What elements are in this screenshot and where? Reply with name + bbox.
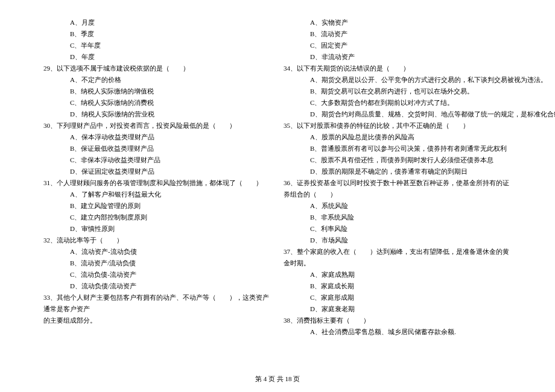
q32-stem: 32、流动比率等于（ ） bbox=[43, 235, 271, 246]
q29-option-d: D、纳税人实际缴纳的营业税 bbox=[43, 109, 271, 120]
q30-option-b: B、保证最低收益类理财产品 bbox=[43, 143, 271, 154]
q38-stem: 38、消费指标主要有（ ） bbox=[284, 315, 512, 326]
q31-option-c: C、建立内部控制制度原则 bbox=[43, 212, 271, 223]
q37-option-d: D、家庭衰老期 bbox=[284, 303, 512, 315]
q30-option-d: D、保证固定收益类理财产品 bbox=[43, 166, 271, 177]
q32-option-b: B、流动资产/流动负债 bbox=[43, 258, 271, 269]
q32-option-a: A、流动资产-流动负债 bbox=[43, 246, 271, 258]
q29-option-b: B、纳税人实际缴纳的增值税 bbox=[43, 86, 271, 97]
q35-option-a: A、股票的风险总是比债券的风险高 bbox=[284, 131, 512, 143]
q33-option-d: D、非流动资产 bbox=[284, 51, 512, 63]
q35-option-d: D、股票的期限是不确定的，债券通常有确定的到期日 bbox=[284, 166, 512, 177]
q34-option-b: B、期货交易可以在交易所内进行，也可以在场外交易。 bbox=[284, 86, 512, 97]
q30-option-c: C、非保本浮动收益类理财产品 bbox=[43, 154, 271, 166]
q35-stem: 35、以下对股票和债券的特征的比较，其中不正确的是（ ） bbox=[284, 120, 512, 131]
q31-option-a: A、了解客户和银行利益最大化 bbox=[43, 189, 271, 200]
q36-option-a: A、系统风险 bbox=[284, 200, 512, 212]
right-column: A、实物资产 B、流动资产 C、固定资产 D、非流动资产 34、以下有关期货的说… bbox=[284, 17, 512, 338]
left-column: A、月度 B、季度 C、半年度 D、年度 29、以下选项不属于城市建设税依据的是… bbox=[43, 17, 271, 338]
q34-option-d: D、期货合约对商品质量、规格、交货时间、地点等都做了统一的规定，是标准化合约。 bbox=[284, 109, 512, 120]
q32-option-d: D、流动负债/流动资产 bbox=[43, 280, 271, 292]
q28-option-d: D、年度 bbox=[43, 51, 271, 63]
q29-stem: 29、以下选项不属于城市建设税依据的是（ ） bbox=[43, 63, 271, 74]
q28-option-a: A、月度 bbox=[43, 17, 271, 28]
q37-stem: 37、整个家庭的收入在（ ）达到巅峰，支出有望降低，是准备退休金的黄金时期。 bbox=[284, 246, 512, 269]
q31-option-d: D、审慎性原则 bbox=[43, 223, 271, 235]
q38-option-a: A、社会消费品零售总额、城乡居民储蓄存款余额. bbox=[284, 326, 512, 338]
q34-option-c: C、大多数期货合约都在到期前以对冲方式了结。 bbox=[284, 97, 512, 109]
q37-option-b: B、家庭成长期 bbox=[284, 280, 512, 292]
q33-option-a: A、实物资产 bbox=[284, 17, 512, 28]
q31-option-b: B、建立风险管理的原则 bbox=[43, 200, 271, 212]
q28-option-b: B、季度 bbox=[43, 28, 271, 40]
q36-option-d: D、市场风险 bbox=[284, 235, 512, 246]
q37-option-a: A、家庭成熟期 bbox=[284, 269, 512, 280]
q29-option-a: A、不定产的价格 bbox=[43, 74, 271, 86]
q36-option-c: C、利率风险 bbox=[284, 223, 512, 235]
q33-option-b: B、流动资产 bbox=[284, 28, 512, 40]
q34-option-a: A、期货交易是以公开、公平竞争的方式进行交易的，私下谈判交易被视为违法。 bbox=[284, 74, 512, 86]
page-footer: 第 4 页 共 18 页 bbox=[0, 375, 555, 384]
q33-stem-line2: 的主要组成部分。 bbox=[43, 315, 271, 326]
q33-option-c: C、固定资产 bbox=[284, 40, 512, 51]
q30-option-a: A、保本浮动收益类理财产品 bbox=[43, 131, 271, 143]
q29-option-c: C、纳税人实际缴纳的消费税 bbox=[43, 97, 271, 109]
q30-stem: 30、下列理财产品中，对投资者而言，投资风险最低的是（ ） bbox=[43, 120, 271, 131]
q31-stem: 31、个人理财顾问服务的各项管理制度和风险控制措施，都体现了（ ） bbox=[43, 177, 271, 189]
q32-option-c: C、流动负债-流动资产 bbox=[43, 269, 271, 280]
q36-option-b: B、非系统风险 bbox=[284, 212, 512, 223]
q36-stem: 36、证券投资基金可以同时投资于数十种甚至数百种证券，使基金所持有的证券组合的（… bbox=[284, 177, 512, 200]
q28-option-c: C、半年度 bbox=[43, 40, 271, 51]
q35-option-c: C、股票不具有偿还性，而债券到期时发行人必须偿还债券本息 bbox=[284, 154, 512, 166]
q33-stem-line1: 33、其他个人财产主要包括客户有拥有的动产、不动产等（ ），这类资产通常是客户资… bbox=[43, 292, 271, 315]
q34-stem: 34、以下有关期货的说法错误的是（ ） bbox=[284, 63, 512, 74]
q35-option-b: B、普通股票所有者可以参与公司决策，债券持有者则通常无此权利 bbox=[284, 143, 512, 154]
q37-option-c: C、家庭形成期 bbox=[284, 292, 512, 303]
